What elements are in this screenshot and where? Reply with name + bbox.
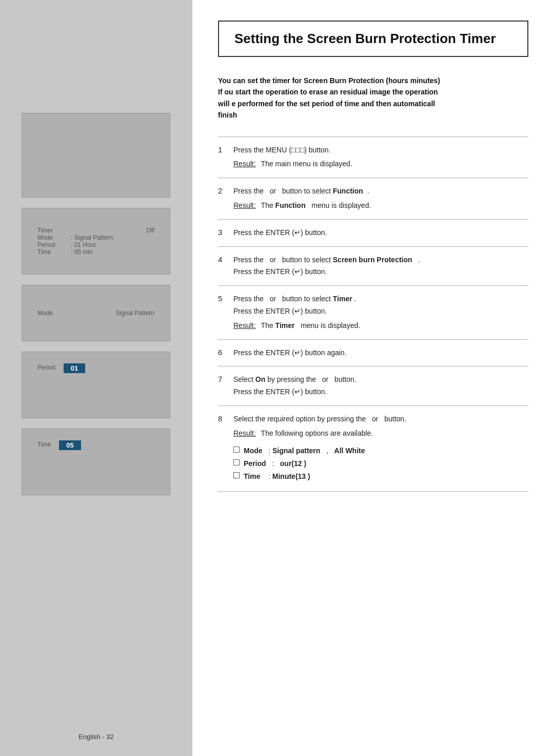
step-8-result-label: Result: — [233, 428, 256, 440]
step-8-result-text: The following options are available. — [261, 428, 373, 440]
step-5: 5 Press the or button to select Timer . … — [218, 285, 528, 339]
option-bullet-mode — [233, 447, 240, 453]
screen3-mode-label: Mode — [37, 309, 53, 317]
step-6-number: 6 — [218, 348, 233, 357]
page-title: Setting the Screen Burn Protection Timer — [234, 31, 496, 46]
step-4-number: 4 — [218, 255, 233, 264]
step-3-text: Press the ENTER (↵) button. — [233, 228, 327, 237]
screen5-time-label: Time — [37, 441, 51, 448]
step-6-content: Press the ENTER (↵) button again. — [233, 347, 528, 359]
option-mode-label: Mode : Signal pattern , All White — [244, 445, 365, 456]
step-8-number: 8 — [218, 414, 233, 423]
screen-3: Mode Signal Pattern — [22, 285, 170, 341]
screen5-time-value: 05 — [59, 440, 81, 450]
step-4-subtext: Press the ENTER (↵) button. — [233, 267, 327, 276]
step-5-content: Press the or button to select Timer . Pr… — [233, 293, 528, 332]
step-5-text: Press the or button to select Timer . — [233, 295, 356, 303]
step-8-content: Select the required option by pressing t… — [233, 413, 528, 484]
footer-text: English - 32 — [78, 733, 114, 741]
step-1-result-label: Result: — [233, 158, 256, 170]
table-row: Timer Off — [37, 227, 154, 234]
step-3: 3 Press the ENTER (↵) button. — [218, 219, 528, 246]
step-5-subtext: Press the ENTER (↵) button. — [233, 307, 327, 315]
intro-line3: will e performed for the set period of t… — [218, 100, 435, 108]
step-5-result-text: The Timer menu is displayed. — [261, 320, 361, 332]
option-time-label: Time : Minute(13 ) — [244, 471, 310, 482]
cell-mode-val: : Signal Pattern — [71, 234, 154, 241]
screen4-period-value: 01 — [64, 363, 85, 373]
step-8: 8 Select the required option by pressing… — [218, 405, 528, 492]
step-7-subtext: Press the ENTER (↵) button. — [233, 387, 327, 396]
table-row: Time : 05 min — [37, 248, 154, 256]
cell-period-label: Period — [37, 241, 71, 248]
option-period: Period : our(12 ) — [233, 458, 528, 469]
cell-timer-val: Off — [71, 227, 154, 234]
step-1-text: Press the MENU (□□□) button. — [233, 146, 331, 154]
step-7: 7 Select On by pressing the or button. P… — [218, 366, 528, 405]
cell-time-val: : 05 min — [71, 248, 154, 256]
steps-list: 1 Press the MENU (□□□) button. Result: T… — [218, 137, 528, 492]
table-row: Mode : Signal Pattern — [37, 234, 154, 241]
options-table: Mode : Signal pattern , All White Period… — [233, 445, 528, 482]
step-2: 2 Press the or button to select Function… — [218, 178, 528, 219]
step-3-number: 3 — [218, 228, 233, 237]
cell-time-label: Time — [37, 248, 71, 256]
step-6-text: Press the ENTER (↵) button again. — [233, 348, 347, 357]
step-1-number: 1 — [218, 145, 233, 154]
title-box: Setting the Screen Burn Protection Timer — [218, 21, 528, 57]
step-2-result-text: The Function menu is displayed. — [261, 200, 371, 212]
screen4-period-label: Period — [37, 364, 55, 371]
step-1-result-text: The main menu is displayed. — [261, 158, 352, 170]
step-7-content: Select On by pressing the or button. Pre… — [233, 374, 528, 398]
intro-line2: If ou start the operation to erase an re… — [218, 88, 438, 96]
step-4-content: Press the or button to select Screen bur… — [233, 254, 528, 279]
option-bullet-time — [233, 472, 240, 478]
step-7-text: Select On by pressing the or button. — [233, 375, 357, 383]
step-4-text: Press the or button to select Screen bur… — [233, 256, 420, 264]
step-2-text: Press the or button to select Function . — [233, 187, 369, 195]
step-6: 6 Press the ENTER (↵) button again. — [218, 339, 528, 366]
step-2-result-label: Result: — [233, 200, 256, 212]
intro-line1: You can set the timer for Screen Burn Pr… — [218, 76, 440, 85]
step-1-content: Press the MENU (□□□) button. Result: The… — [233, 144, 528, 171]
sidebar: Timer Off Mode : Signal Pattern Period :… — [0, 0, 192, 756]
screen3-mode-value: Signal Pattern — [116, 309, 154, 317]
step-5-result-label: Result: — [233, 320, 256, 332]
step-2-number: 2 — [218, 186, 233, 195]
cell-period-val: : 01 Hour — [71, 241, 154, 248]
step-2-content: Press the or button to select Function .… — [233, 185, 528, 212]
screen-5: Time 05 — [22, 429, 170, 495]
step-8-text: Select the required option by pressing t… — [233, 415, 406, 423]
option-bullet-period — [233, 459, 240, 466]
step-5-number: 5 — [218, 294, 233, 303]
step-4: 4 Press the or button to select Screen b… — [218, 246, 528, 286]
screen-2: Timer Off Mode : Signal Pattern Period :… — [22, 208, 170, 275]
option-period-label: Period : our(12 ) — [244, 458, 306, 469]
intro-line4: finish — [218, 111, 237, 119]
step-7-number: 7 — [218, 375, 233, 383]
screen-1 — [22, 113, 170, 198]
option-time: Time : Minute(13 ) — [233, 471, 528, 482]
main-content: Setting the Screen Burn Protection Timer… — [192, 0, 554, 756]
intro-paragraph: You can set the timer for Screen Burn Pr… — [218, 75, 528, 121]
table-row: Period : 01 Hour — [37, 241, 154, 248]
step-3-content: Press the ENTER (↵) button. — [233, 227, 528, 239]
menu-table-2: Timer Off Mode : Signal Pattern Period :… — [37, 227, 154, 256]
screen-4: Period 01 — [22, 352, 170, 418]
step-1: 1 Press the MENU (□□□) button. Result: T… — [218, 137, 528, 178]
cell-mode-label: Mode — [37, 234, 71, 241]
cell-timer-label: Timer — [37, 227, 71, 234]
option-mode: Mode : Signal pattern , All White — [233, 445, 528, 456]
